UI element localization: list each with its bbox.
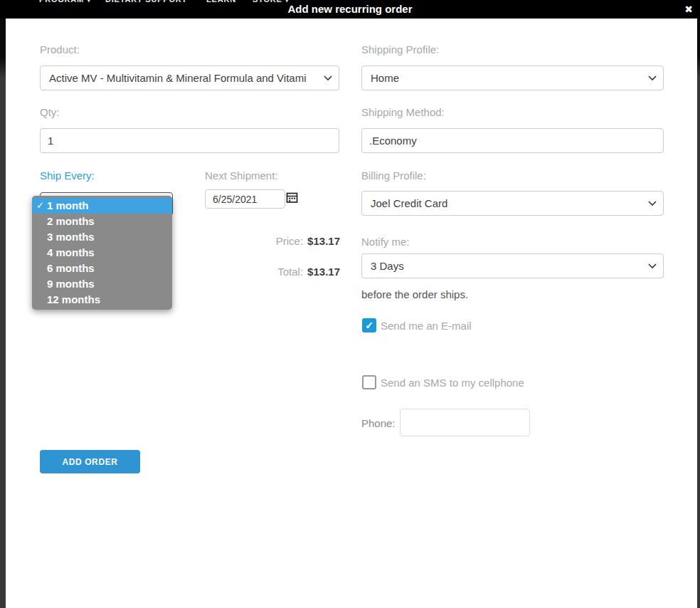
total-label: Total: <box>277 266 303 278</box>
shipping-profile-label: Shipping Profile: <box>361 43 439 56</box>
calendar-icon[interactable] <box>285 191 299 204</box>
shipping-profile-select-value: Home <box>371 72 399 84</box>
product-select[interactable]: Active MV - Multivitamin & Mineral Formu… <box>40 65 339 90</box>
modal-title: Add new recurring order <box>0 0 700 18</box>
notify-me-select[interactable]: 3 Days <box>361 253 664 278</box>
notify-me-label: Notify me: <box>361 236 410 248</box>
price-value: $13.17 <box>307 235 340 247</box>
billing-profile-select-value: Joel Credit Card <box>371 197 447 209</box>
dropdown-option-6-months[interactable]: 6 months <box>32 261 172 276</box>
phone-input[interactable] <box>400 409 530 436</box>
notify-note-text: before the order ships. <box>361 288 468 300</box>
dropdown-option-3-months[interactable]: 3 months <box>32 229 172 245</box>
chevron-down-icon <box>324 75 332 81</box>
chevron-down-icon <box>648 75 657 81</box>
total-value: $13.17 <box>307 266 340 278</box>
shipping-profile-select[interactable]: Home <box>361 65 664 90</box>
product-select-value: Active MV - Multivitamin & Mineral Formu… <box>49 72 307 84</box>
email-checkbox-label: Send me an E-mail <box>381 320 472 332</box>
dropdown-option-12-months[interactable]: 12 months <box>32 292 172 308</box>
sms-checkbox[interactable] <box>362 375 376 389</box>
add-order-button[interactable]: ADD ORDER <box>40 450 140 473</box>
phone-label: Phone: <box>361 417 396 429</box>
notify-me-select-value: 3 Days <box>371 260 404 272</box>
dropdown-option-1-month[interactable]: ✓ 1 month <box>32 198 172 214</box>
ship-every-label: Ship Every: <box>40 169 95 182</box>
dropdown-option-2-months[interactable]: 2 months <box>32 214 172 229</box>
sms-checkbox-label: Send an SMS to my cellphone <box>381 377 524 389</box>
dropdown-option-9-months[interactable]: 9 months <box>32 276 172 292</box>
dropdown-option-4-months[interactable]: 4 months <box>32 245 172 261</box>
chevron-down-icon <box>648 201 657 206</box>
qty-label: Qty: <box>40 106 60 118</box>
price-row: Price: $13.17 <box>219 235 340 247</box>
shipping-method-label: Shipping Method: <box>361 106 445 118</box>
chevron-down-icon <box>648 263 657 269</box>
modal-header-bar: PROGRAM ▾ DIETARY SUPPORT LEARN STORE ▾ … <box>0 0 700 19</box>
product-label: Product: <box>40 43 80 56</box>
email-checkbox[interactable]: ✓ <box>362 318 376 332</box>
price-label: Price: <box>276 235 303 247</box>
total-row: Total: $13.17 <box>219 266 340 278</box>
selected-check-icon: ✓ <box>36 198 44 214</box>
next-shipment-input[interactable] <box>205 189 285 209</box>
add-recurring-order-modal: Product: Active MV - Multivitamin & Mine… <box>6 19 697 608</box>
shipping-method-input[interactable] <box>361 128 664 153</box>
ship-every-dropdown-menu: ✓ 1 month 2 months 3 months 4 months 6 m… <box>32 196 172 310</box>
checkbox-check-icon: ✓ <box>365 320 373 331</box>
qty-input[interactable] <box>40 128 339 153</box>
billing-profile-label: Billing Profile: <box>361 169 426 182</box>
close-icon[interactable]: ✖ <box>684 1 693 18</box>
billing-profile-select[interactable]: Joel Credit Card <box>361 191 664 216</box>
next-shipment-label: Next Shipment: <box>205 169 278 182</box>
dropdown-option-label: 1 month <box>47 199 88 211</box>
